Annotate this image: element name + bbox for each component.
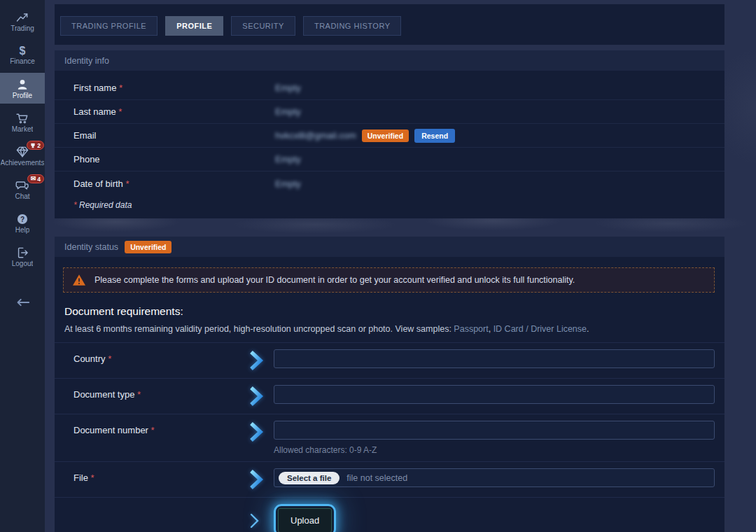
sidebar-item-market[interactable]: Market [0,106,45,137]
email-row: Email hvkcxl8@gmail.com Unverified Resen… [55,124,724,148]
required-marker: * [137,389,141,400]
chevron-right-icon [247,349,274,372]
requirements-text: At least 6 months remaining validity per… [64,324,715,334]
last-name-value: Empty [275,106,301,117]
tab-trading-profile[interactable]: TRADING PROFILE [60,16,158,36]
tab-bar: TRADING PROFILE PROFILE SECURITY TRADING… [55,4,724,45]
sidebar-item-label: Help [15,226,30,234]
required-marker: * [118,106,122,117]
identity-status-section: Identity status Unverified Please comple… [55,237,724,532]
required-marker: * [74,200,77,210]
upload-highlight-ring: Upload [274,504,336,532]
main-content: TRADING PROFILE PROFILE SECURITY TRADING… [45,0,756,532]
document-number-input[interactable] [274,421,715,440]
id-card-sample-link[interactable]: ID Card / Driver License [493,324,587,334]
sidebar-item-help[interactable]: ? Help [0,207,45,238]
passport-sample-link[interactable]: Passport [454,324,488,334]
identity-info-section: Identity info First name * Empty Last na… [55,50,724,218]
sidebar-item-profile[interactable]: Profile [0,73,45,104]
upload-row: Upload [55,497,724,532]
dollar-icon: $ [20,45,26,57]
chevron-right-icon [247,511,274,531]
sidebar-item-label: Chat [15,192,29,200]
first-name-value: Empty [275,83,301,93]
sidebar: Trading $ Finance Profile Market Achieve… [0,0,45,532]
document-form: Country * Document type * [55,342,724,532]
field-label: Email [74,130,97,141]
document-requirements: Document requirements: At least 6 months… [55,293,724,338]
svg-text:?: ? [20,215,24,223]
field-label: Date of birth [74,178,123,189]
document-number-row: Document number * Allowed characters: 0-… [55,414,724,461]
field-label: Document number [74,425,148,435]
user-icon [15,78,29,92]
chat-badge: ✉ 4 [27,174,44,183]
document-type-input[interactable] [274,385,715,404]
logout-icon [15,246,29,260]
phone-value: Empty [275,154,301,164]
chevron-right-icon [247,385,274,407]
required-marker: * [119,83,122,93]
requirements-title: Document requirements: [64,305,715,318]
upload-button[interactable]: Upload [278,508,332,532]
last-name-row: Last name * Empty [55,100,724,124]
tab-profile[interactable]: PROFILE [165,16,223,36]
sidebar-item-label: Achievements [1,159,45,167]
country-input[interactable] [274,349,715,368]
sidebar-item-label: Trading [10,24,34,32]
sidebar-item-chat[interactable]: Chat ✉ 4 [0,174,45,204]
sidebar-item-label: Logout [12,260,34,267]
field-label: Country [74,354,106,364]
verification-warning: Please complete the forms and upload you… [63,267,715,293]
question-circle-icon: ? [15,212,29,226]
app-root: Trading $ Finance Profile Market Achieve… [0,0,756,532]
chevron-right-icon [247,421,274,455]
warning-triangle-icon [72,274,86,286]
first-name-row: First name * Empty [55,76,724,100]
left-arrow-icon [15,297,30,308]
section-title: Identity status [64,242,118,252]
sidebar-item-finance[interactable]: $ Finance [0,39,45,70]
identity-status-badge: Unverified [125,241,172,253]
email-value: hvkcxl8@gmail.com [275,130,356,141]
identity-info-header: Identity info [55,50,724,71]
file-status-text: file not selected [346,473,407,483]
field-label: Last name [74,106,116,117]
phone-row: Phone Empty [55,148,724,172]
required-data-note: * Required data [55,195,724,218]
document-number-hint: Allowed characters: 0-9 A-Z [274,445,715,455]
chevron-right-icon [247,468,274,491]
envelope-icon: ✉ [31,176,36,182]
country-row: Country * [55,342,724,378]
sidebar-item-label: Market [12,125,34,133]
achievements-badge: 2 [27,141,44,150]
sidebar-item-label: Profile [13,92,32,99]
chart-line-icon [15,10,29,24]
warning-text: Please complete the forms and upload you… [94,275,575,285]
sidebar-item-logout[interactable]: Logout [0,241,45,272]
field-label: Phone [74,154,100,164]
field-label: First name [74,83,116,93]
sidebar-collapse-button[interactable] [0,297,45,308]
identity-status-header: Identity status Unverified [55,237,724,257]
sidebar-item-achievements[interactable]: Achievements 2 [0,140,45,171]
email-unverified-badge: Unverified [362,130,409,142]
sidebar-item-label: Finance [10,57,35,65]
required-marker: * [125,178,129,189]
required-marker: * [151,425,155,435]
required-marker: * [91,472,94,483]
sidebar-item-trading[interactable]: Trading [0,6,45,36]
section-title: Identity info [64,56,109,66]
file-input[interactable]: Select a file file not selected [274,468,715,487]
trophy-icon [30,143,36,148]
resend-button[interactable]: Resend [414,129,455,143]
document-type-row: Document type * [55,378,724,414]
date-of-birth-value: Empty [275,178,301,189]
field-label: Document type [74,389,134,400]
select-file-button[interactable]: Select a file [279,472,340,484]
required-marker: * [108,354,111,364]
tab-trading-history[interactable]: TRADING HISTORY [303,16,402,36]
file-row: File * Select a file file not selected [55,461,724,497]
date-of-birth-row: Date of birth * Empty [55,172,724,195]
tab-security[interactable]: SECURITY [231,16,295,36]
